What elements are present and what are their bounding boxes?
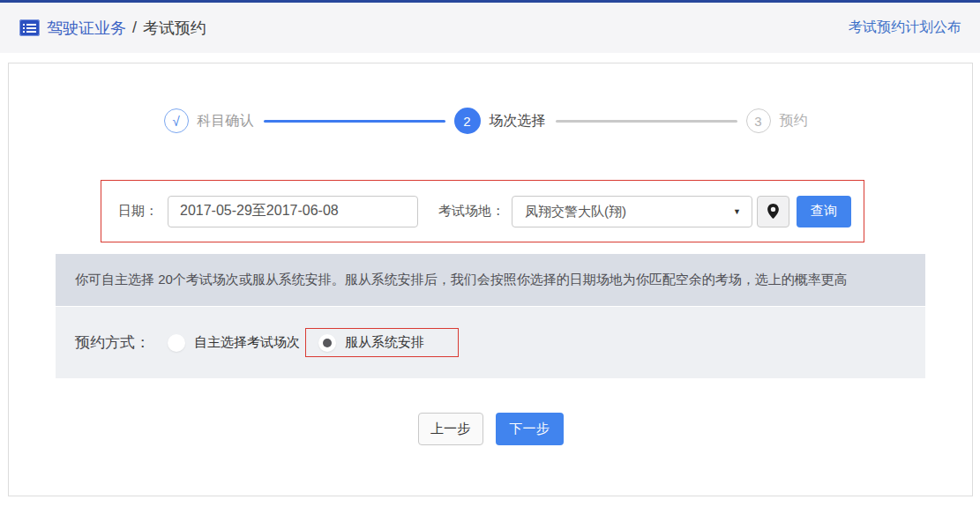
stepper: √ 科目确认 2 场次选择 3 预约 — [9, 108, 972, 134]
booking-method-section: 预约方式： 自主选择考试场次 服从系统安排 — [56, 307, 925, 378]
list-icon — [19, 19, 40, 36]
radio-icon[interactable] — [168, 334, 185, 352]
step-2-circle: 2 — [454, 108, 481, 134]
radio-icon[interactable] — [318, 334, 336, 352]
filter-row-highlight: 日期： 考试场地： 凤翔交警大队(翔) ▼ 查询 — [101, 180, 864, 242]
step-3-circle: 3 — [746, 108, 771, 133]
step-1-check-icon: √ — [164, 108, 189, 133]
venue-label: 考试场地： — [438, 203, 505, 220]
main-card: √ 科目确认 2 场次选择 3 预约 日期： 考试场地： 凤翔交警大队(翔) ▼… — [8, 63, 973, 496]
radio-option-label: 自主选择考试场次 — [194, 334, 300, 351]
date-range-input[interactable] — [168, 196, 418, 227]
footer-actions: 上一步 下一步 — [9, 413, 972, 445]
venue-select-value: 凤翔交警大队(翔) — [525, 204, 626, 219]
next-step-button[interactable]: 下一步 — [496, 413, 564, 445]
chevron-down-icon: ▼ — [733, 197, 741, 227]
selected-option-highlight: 服从系统安排 — [305, 328, 459, 357]
breadcrumb-primary[interactable]: 驾驶证业务 — [47, 18, 126, 39]
step-3-label: 预约 — [780, 112, 808, 130]
location-pin-icon — [767, 204, 779, 219]
header: 驾驶证业务 / 考试预约 考试预约计划公布 — [0, 3, 980, 53]
exam-plan-link[interactable]: 考试预约计划公布 — [849, 19, 961, 37]
venue-select[interactable]: 凤翔交警大队(翔) ▼ — [512, 196, 752, 227]
radio-option-self-select[interactable]: 自主选择考试场次 — [168, 334, 300, 352]
breadcrumb: 驾驶证业务 / 考试预约 — [19, 18, 206, 39]
previous-step-button[interactable]: 上一步 — [418, 413, 483, 445]
notice-text: 你可自主选择 20个考试场次或服从系统安排。服从系统安排后，我们会按照你选择的日… — [75, 272, 848, 288]
booking-method-label: 预约方式： — [75, 332, 150, 353]
search-button[interactable]: 查询 — [797, 196, 851, 227]
step-1-label: 科目确认 — [198, 112, 254, 130]
breadcrumb-secondary: 考试预约 — [143, 18, 206, 39]
date-label: 日期： — [118, 203, 158, 220]
notice-bar: 你可自主选择 20个考试场次或服从系统安排。服从系统安排后，我们会按照你选择的日… — [56, 254, 925, 306]
radio-option-system-arrange[interactable]: 服从系统安排 — [318, 334, 424, 352]
stepper-connector-pending — [556, 120, 737, 123]
radio-option-label: 服从系统安排 — [345, 334, 424, 351]
page: 驾驶证业务 / 考试预约 考试预约计划公布 √ 科目确认 2 场次选择 3 预约… — [0, 0, 980, 496]
location-button[interactable] — [757, 196, 789, 227]
breadcrumb-separator: / — [132, 19, 137, 37]
step-2-label: 场次选择 — [490, 112, 546, 130]
stepper-connector-done — [264, 120, 445, 123]
